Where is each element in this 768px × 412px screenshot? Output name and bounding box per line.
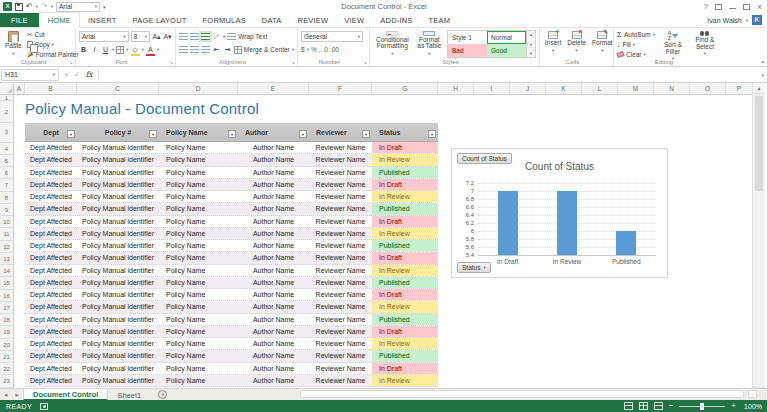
column-header-reviewer[interactable]: Reviewer▼: [309, 123, 372, 141]
vertical-scrollbar[interactable]: ▲: [752, 83, 765, 388]
filter-dropdown-icon[interactable]: ▼: [362, 130, 370, 138]
zoom-slider[interactable]: [679, 406, 725, 407]
font-dialog-launcher-icon[interactable]: ↘: [169, 59, 173, 65]
column-header-h[interactable]: H: [438, 83, 474, 95]
column-header-i[interactable]: I: [474, 83, 510, 95]
page-break-view-icon[interactable]: [654, 402, 663, 410]
decrease-indent-icon[interactable]: ⇤: [212, 45, 221, 55]
save-icon[interactable]: [15, 3, 23, 11]
redo-dropdown-icon[interactable]: ▾: [51, 4, 53, 9]
bold-button[interactable]: B: [79, 45, 88, 55]
help-icon[interactable]: ?: [704, 2, 708, 11]
table-row[interactable]: Dept AffectedPolicy Manual identifierPol…: [25, 375, 438, 387]
user-name[interactable]: Ivan Walsh: [707, 17, 741, 24]
zoom-slider-thumb[interactable]: [700, 403, 704, 410]
page-layout-view-icon[interactable]: [639, 402, 648, 410]
format-cells-button[interactable]: Format▾: [590, 30, 615, 58]
column-header-f[interactable]: F: [309, 83, 372, 95]
align-center-icon[interactable]: [190, 46, 199, 53]
column-header-l[interactable]: L: [582, 83, 618, 95]
grid-area[interactable]: Policy Manual - Document Control Dept▼Po…: [14, 95, 753, 388]
table-row[interactable]: Dept AffectedPolicy Manual identifierPol…: [25, 252, 438, 264]
copy-button[interactable]: Copy▾: [27, 40, 79, 49]
column-header-a[interactable]: A: [14, 83, 25, 95]
filter-dropdown-icon[interactable]: ▼: [149, 130, 157, 138]
row-header-8[interactable]: 8: [0, 192, 13, 204]
column-header-c[interactable]: C: [77, 83, 159, 95]
zoom-out-icon[interactable]: −: [669, 402, 674, 410]
font-size-dropdown[interactable]: 8▾: [131, 31, 150, 42]
ribbon-tab-review[interactable]: REVIEW: [290, 13, 337, 27]
paste-button[interactable]: Paste ▾: [3, 30, 24, 58]
number-format-dropdown[interactable]: General▾: [301, 31, 363, 42]
increase-font-icon[interactable]: A▴: [152, 32, 161, 42]
table-row[interactable]: Dept AffectedPolicy Manual identifierPol…: [25, 314, 438, 326]
insert-function-icon[interactable]: fx: [85, 70, 92, 79]
table-row[interactable]: Dept AffectedPolicy Manual identifierPol…: [25, 228, 438, 240]
undo-icon[interactable]: ↶: [26, 2, 33, 11]
row-header-3[interactable]: 3: [0, 123, 13, 143]
table-row[interactable]: Dept AffectedPolicy Manual identifierPol…: [25, 277, 438, 289]
decrease-decimal-icon[interactable]: .00: [330, 46, 339, 53]
row-header-21[interactable]: 21: [0, 351, 13, 363]
new-sheet-icon[interactable]: +: [158, 390, 167, 399]
column-header-policy-name[interactable]: Policy Name▼: [159, 123, 238, 141]
number-dialog-launcher-icon[interactable]: ↘: [363, 59, 367, 65]
column-header-e[interactable]: E: [238, 83, 309, 95]
macro-record-icon[interactable]: [40, 403, 48, 410]
style-cell-good[interactable]: Good: [487, 44, 526, 57]
underline-button[interactable]: U: [101, 45, 110, 55]
column-header-o[interactable]: O: [690, 83, 726, 95]
cancel-entry-icon[interactable]: ×: [64, 70, 69, 79]
delete-cells-button[interactable]: Delete▾: [565, 30, 588, 58]
gallery-up-icon[interactable]: ▲: [529, 32, 533, 37]
column-header-b[interactable]: B: [25, 83, 77, 95]
ribbon-tab-add-ins[interactable]: ADD-INS: [372, 13, 420, 27]
table-row[interactable]: Dept AffectedPolicy Manual identifierPol…: [25, 363, 438, 375]
tab-scroll-right-icon[interactable]: ▸: [12, 391, 24, 399]
ribbon-tab-team[interactable]: TEAM: [421, 13, 459, 27]
wrap-text-button[interactable]: Wrap Text: [227, 32, 267, 41]
column-header-d[interactable]: D: [159, 83, 238, 95]
table-row[interactable]: Dept AffectedPolicy Manual identifierPol…: [25, 142, 438, 154]
pivot-chart[interactable]: Count of Status Count of Status 7.276.86…: [451, 148, 668, 278]
autosum-button[interactable]: ΣAutoSum▾: [617, 30, 655, 39]
merge-center-button[interactable]: Merge & Center▾: [234, 45, 294, 54]
column-header-dept[interactable]: Dept▼: [25, 123, 77, 141]
zoom-in-icon[interactable]: +: [731, 402, 736, 410]
cut-button[interactable]: ✂Cut: [27, 30, 79, 39]
font-color-icon[interactable]: A: [146, 45, 155, 55]
axis-field-button[interactable]: Status▾: [457, 262, 491, 273]
row-header-9[interactable]: 9: [0, 204, 13, 216]
chevron-down-icon[interactable]: ▾: [142, 47, 144, 52]
chart-bar[interactable]: [557, 191, 577, 255]
table-row[interactable]: Dept AffectedPolicy Manual identifierPol…: [25, 191, 438, 203]
borders-icon[interactable]: [116, 46, 124, 54]
column-header-j[interactable]: J: [510, 83, 546, 95]
vertical-scroll-thumb[interactable]: [755, 96, 763, 191]
ribbon-tab-view[interactable]: VIEW: [336, 13, 372, 27]
formula-input[interactable]: [99, 69, 762, 81]
select-all-corner[interactable]: [0, 83, 14, 95]
style-cell-bad[interactable]: Bad: [448, 44, 487, 57]
chevron-down-icon[interactable]: ▾: [157, 47, 159, 52]
ribbon-tab-data[interactable]: DATA: [254, 13, 290, 27]
filter-dropdown-icon[interactable]: ▼: [228, 130, 236, 138]
conditional-formatting-button[interactable]: Conditional Formatting▾: [373, 30, 412, 58]
column-header-n[interactable]: N: [654, 83, 690, 95]
chevron-down-icon[interactable]: ▾: [126, 47, 128, 52]
column-header-status[interactable]: Status▼: [372, 123, 438, 141]
table-row[interactable]: Dept AffectedPolicy Manual identifierPol…: [25, 338, 438, 350]
normal-view-icon[interactable]: [624, 402, 633, 410]
filter-dropdown-icon[interactable]: ▼: [299, 130, 307, 138]
qat-font-dropdown[interactable]: Arial▾: [56, 2, 100, 12]
confirm-entry-icon[interactable]: ✓: [74, 70, 81, 79]
format-as-table-button[interactable]: Format as Table▾: [414, 30, 445, 58]
style-cell-style-1[interactable]: Style 1: [448, 31, 487, 44]
chart-bar[interactable]: [498, 191, 518, 255]
column-header-p[interactable]: P: [726, 83, 753, 95]
align-top-icon[interactable]: [179, 33, 188, 40]
ribbon-display-options-icon[interactable]: [715, 4, 722, 10]
style-cell-normal[interactable]: Normal: [487, 31, 526, 44]
column-header-g[interactable]: G: [372, 83, 438, 95]
